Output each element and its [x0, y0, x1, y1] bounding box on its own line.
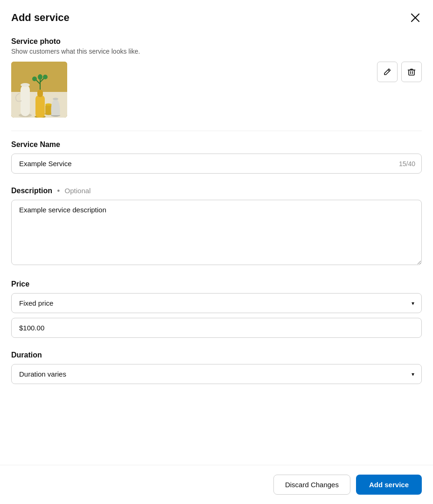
service-photo-thumbnail: [11, 62, 67, 118]
price-amount-wrapper: [11, 318, 422, 338]
optional-label: Optional: [65, 187, 91, 195]
price-type-select[interactable]: Fixed price Hourly rate Starting from Fr…: [11, 293, 422, 313]
service-name-label: Service Name: [11, 140, 422, 149]
modal-title: Add service: [11, 12, 70, 24]
price-section: Price Fixed price Hourly rate Starting f…: [11, 280, 422, 338]
modal-header: Add service: [11, 11, 422, 24]
duration-label: Duration: [11, 351, 422, 359]
close-button[interactable]: [409, 11, 422, 24]
divider-1: [11, 131, 422, 131]
trash-icon: [407, 68, 416, 76]
svg-rect-5: [21, 85, 30, 116]
duration-section: Duration Duration varies 15 min 30 min 4…: [11, 351, 422, 384]
add-service-modal: Add service Service photo Show customers…: [0, 0, 433, 504]
svg-point-15: [43, 75, 48, 79]
price-label: Price: [11, 280, 422, 288]
duration-select-wrapper: Duration varies 15 min 30 min 45 min 1 h…: [11, 364, 422, 384]
svg-rect-9: [37, 90, 43, 97]
svg-point-14: [32, 77, 37, 81]
svg-point-6: [21, 83, 30, 87]
svg-rect-22: [409, 70, 414, 75]
svg-rect-8: [35, 95, 45, 118]
photo-svg: [11, 62, 67, 118]
service-photo-subtitle: Show customers what this service looks l…: [11, 48, 422, 55]
description-textarea[interactable]: Example service description: [11, 200, 422, 265]
svg-point-13: [38, 74, 42, 80]
price-amount-input[interactable]: [11, 318, 422, 338]
svg-line-21: [388, 70, 390, 71]
close-icon: [411, 13, 420, 22]
service-name-input-wrapper: 15/40: [11, 154, 422, 174]
edit-photo-button[interactable]: [377, 62, 398, 82]
description-section: Description • Optional Example service d…: [11, 187, 422, 267]
service-name-input[interactable]: [11, 154, 422, 174]
char-count: 15/40: [399, 160, 415, 168]
svg-point-18: [45, 104, 52, 106]
duration-select[interactable]: Duration varies 15 min 30 min 45 min 1 h…: [11, 364, 422, 384]
service-photo-section: Service photo Show customers what this s…: [11, 37, 422, 118]
delete-photo-button[interactable]: [401, 62, 422, 82]
discard-changes-button[interactable]: Discard Changes: [273, 475, 350, 495]
price-type-wrapper: Fixed price Hourly rate Starting from Fr…: [11, 293, 422, 313]
service-name-section: Service Name 15/40: [11, 140, 422, 174]
add-service-button[interactable]: Add service: [356, 475, 422, 495]
svg-rect-17: [45, 105, 52, 114]
edit-icon: [383, 68, 391, 76]
modal-footer: Discard Changes Add service: [0, 465, 433, 504]
service-photo-title: Service photo: [11, 37, 422, 46]
photo-actions: [377, 62, 422, 82]
photo-area: [11, 62, 422, 118]
description-label: Description • Optional: [11, 187, 422, 195]
svg-point-20: [53, 98, 58, 100]
label-separator: •: [57, 187, 60, 195]
